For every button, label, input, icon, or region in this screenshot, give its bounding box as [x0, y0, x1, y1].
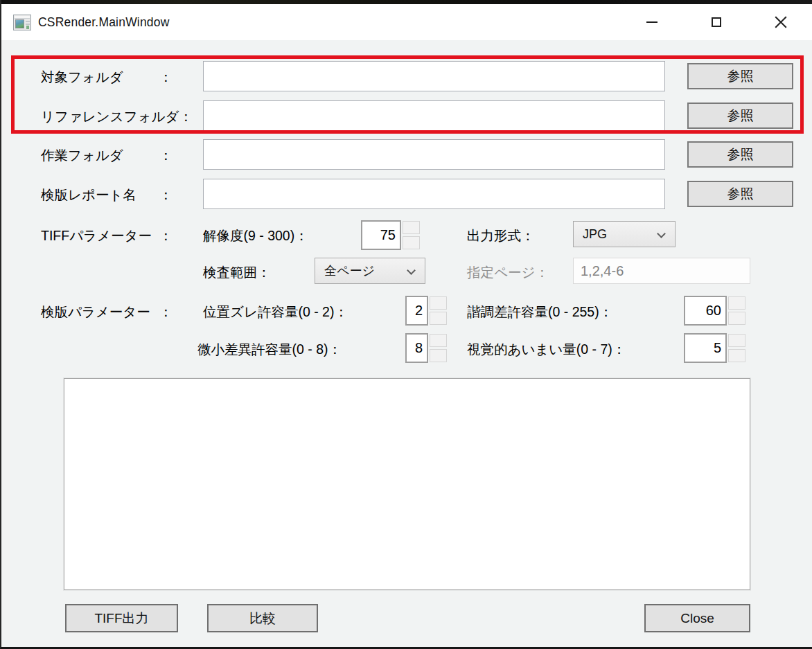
minimize-icon	[646, 21, 657, 23]
close-button[interactable]: Close	[644, 604, 750, 632]
reference-folder-browse-button[interactable]: 参照	[687, 103, 793, 129]
log-output-area[interactable]	[64, 378, 750, 590]
minor-diff-input[interactable]	[405, 333, 428, 363]
check-params-section-label: 検版パラメーター：	[41, 303, 173, 321]
scan-range-dropdown[interactable]: 全ページ	[315, 258, 425, 284]
work-folder-label: 作業フォルダ：	[41, 146, 173, 165]
visual-ambiguity-label: 視覚的あいまい量(0 - 7)：	[467, 340, 626, 359]
tone-tolerance-spinner	[684, 296, 745, 326]
app-window-icon	[13, 15, 31, 30]
minor-diff-spin-down-button[interactable]	[430, 349, 447, 362]
report-name-browse-button[interactable]: 参照	[687, 181, 793, 207]
minor-diff-spinner	[405, 333, 447, 363]
resolution-spinner	[361, 220, 420, 250]
position-tolerance-input[interactable]	[405, 296, 428, 326]
minor-diff-spin-up-button[interactable]	[430, 334, 447, 347]
maximize-button[interactable]	[700, 4, 732, 40]
main-window: CSRender.MainWindow 対象フォルダ： 参照 リファレンスフォル…	[0, 0, 812, 649]
chevron-down-icon	[657, 229, 666, 238]
position-tolerance-spinner	[405, 296, 447, 326]
close-icon	[774, 15, 788, 29]
minimize-button[interactable]	[635, 4, 668, 40]
visual-ambiguity-input[interactable]	[684, 333, 727, 363]
output-format-label: 出力形式：	[467, 226, 535, 245]
title-bar[interactable]: CSRender.MainWindow	[1, 4, 812, 40]
resolution-input[interactable]	[361, 220, 401, 250]
compare-button[interactable]: 比較	[207, 604, 318, 632]
work-folder-input[interactable]	[203, 139, 665, 170]
report-name-input[interactable]	[203, 179, 665, 209]
report-name-label: 検版レポート名：	[41, 186, 173, 204]
visual-ambiguity-spin-up-button[interactable]	[728, 334, 745, 347]
maximize-icon	[712, 17, 721, 27]
position-tolerance-spin-up-button[interactable]	[430, 296, 447, 310]
position-tolerance-spin-down-button[interactable]	[430, 312, 447, 325]
resolution-spin-down-button[interactable]	[403, 236, 420, 249]
output-format-value: JPG	[583, 227, 607, 242]
reference-folder-input[interactable]	[203, 100, 665, 131]
work-folder-browse-button[interactable]: 参照	[687, 141, 793, 168]
target-folder-label: 対象フォルダ：	[41, 68, 173, 87]
position-tolerance-label: 位置ズレ許容量(0 - 2)：	[203, 303, 348, 321]
target-folder-browse-button[interactable]: 参照	[687, 63, 793, 89]
output-format-dropdown[interactable]: JPG	[573, 221, 676, 247]
resolution-label: 解像度(9 - 300)：	[203, 226, 308, 245]
chevron-down-icon	[407, 266, 416, 275]
page-spec-input	[573, 258, 750, 284]
tiff-output-button[interactable]: TIFF出力	[65, 604, 178, 632]
scan-range-label: 検査範囲：	[203, 263, 271, 282]
visual-ambiguity-spin-down-button[interactable]	[728, 349, 745, 362]
tone-tolerance-spin-up-button[interactable]	[728, 296, 745, 310]
tone-tolerance-spin-down-button[interactable]	[728, 312, 745, 325]
close-window-button[interactable]	[764, 4, 797, 40]
tone-tolerance-input[interactable]	[684, 296, 727, 326]
reference-folder-label: リファレンスフォルダ：	[41, 107, 173, 126]
scan-range-value: 全ページ	[324, 263, 375, 279]
resolution-spin-up-button[interactable]	[403, 221, 420, 234]
window-title: CSRender.MainWindow	[38, 15, 170, 30]
tone-tolerance-label: 諧調差許容量(0 - 255)：	[467, 303, 612, 321]
tiff-params-section-label: TIFFパラメーター：	[41, 226, 173, 245]
minor-diff-label: 微小差異許容量(0 - 8)：	[197, 340, 342, 359]
page-spec-label: 指定ページ：	[467, 263, 549, 282]
visual-ambiguity-spinner	[684, 333, 745, 363]
target-folder-input[interactable]	[203, 61, 665, 91]
